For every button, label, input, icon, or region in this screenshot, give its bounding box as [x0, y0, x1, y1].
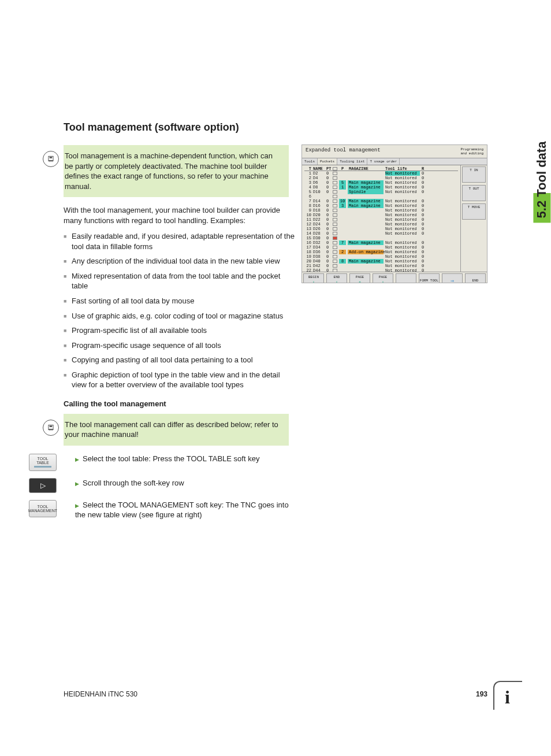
- screenshot-footer-softkeys: BEGIN⇓END⇓PAGE⇑PAGE⇓FORM TOOL⇒END: [302, 272, 487, 283]
- screenshot-table: TNAMEPTPMAGAZINETool lifeR1D20Not monito…: [302, 165, 460, 272]
- screenshot-table-row: 17D340Not monitored0: [304, 245, 458, 250]
- machine-note-callout: Tool management is a machine-dependent f…: [64, 145, 289, 197]
- screenshot-table-row: 3D605Main magazineNot monitored0: [304, 180, 458, 185]
- machine-note-callout-2: The tool management call can differ as d…: [64, 414, 289, 446]
- screenshot-table-row: 4D801Main magazineNot monitored0: [304, 185, 458, 190]
- screenshot-side-softkey[interactable]: T IN: [462, 166, 486, 183]
- screenshot-table-row: 2D40Not monitored0: [304, 176, 458, 180]
- screenshot-table-row: 11D220Not monitored0: [304, 217, 458, 222]
- screenshot-table-row: 8D1603Main magazineNot monitored0: [304, 203, 458, 208]
- feature-list: Easily readable and, if you desired, ada…: [64, 231, 295, 390]
- manual-icon: [43, 151, 59, 167]
- screenshot-table-row: 19D380Not monitored0: [304, 254, 458, 259]
- feature-item: Copying and pasting of all tool data per…: [64, 355, 295, 365]
- section-title: Tool management (software option): [64, 121, 487, 134]
- scroll-arrow-softkey[interactable]: ▷: [29, 478, 57, 493]
- screenshot-footer-softkey[interactable]: PAGE⇓: [373, 273, 393, 283]
- screenshot-table-row: 5D100SpindleNot monitored0: [304, 190, 458, 194]
- svg-rect-7: [50, 425, 53, 427]
- tool-management-screenshot: Expanded tool management Programming and…: [301, 144, 487, 283]
- feature-item: Any description of the individual tool d…: [64, 256, 295, 266]
- screenshot-table-row: 15D300: [304, 236, 458, 240]
- feature-item: Fast sorting of all tool data by mouse: [64, 296, 295, 306]
- screenshot-table-row: 10D200Not monitored0: [304, 213, 458, 217]
- step-row: TOOLTABLESelect the tool table: Press th…: [64, 454, 295, 471]
- feature-item: Easily readable and, if you desired, ada…: [64, 231, 295, 251]
- screenshot-footer-softkey[interactable]: END⇓: [326, 273, 347, 283]
- tool-management-softkey[interactable]: TOOLMANAGEMENT: [29, 500, 57, 517]
- screenshot-table-row: 1D20Not monitored0: [304, 171, 458, 176]
- feature-item: Program-specific list of all available t…: [64, 325, 295, 336]
- screenshot-table-row: 6: [304, 194, 458, 199]
- screenshot-tab[interactable]: Tooling list: [337, 158, 367, 165]
- screenshot-table-row: 22D440Not monitored0: [304, 268, 458, 272]
- screenshot-footer-softkey[interactable]: [396, 273, 416, 283]
- screenshot-table-row: 16D3207Main magazineNot monitored0: [304, 240, 458, 245]
- screenshot-footer-softkey[interactable]: ⇒: [442, 273, 463, 283]
- screenshot-tab[interactable]: Tools: [302, 158, 318, 165]
- screenshot-tab[interactable]: T usage order: [367, 158, 400, 165]
- subheading: Calling the tool management: [64, 399, 487, 408]
- intro-paragraph: With the tool management, your machine t…: [64, 205, 289, 225]
- screenshot-title: Expanded tool management: [306, 147, 381, 155]
- svg-rect-0: [49, 156, 53, 160]
- svg-rect-1: [50, 157, 53, 158]
- footer-left: HEIDENHAIN iTNC 530: [64, 690, 137, 698]
- screenshot-footer-softkey[interactable]: END: [465, 273, 486, 283]
- screenshot-table-row: 9D180Not monitored0: [304, 208, 458, 213]
- feature-item: Program-specific usage sequence of all t…: [64, 340, 295, 351]
- screenshot-mode: Programming and editing: [460, 147, 483, 155]
- callout-text: The tool management call can differ as d…: [65, 420, 281, 440]
- step-text: Select the TOOL MANAGEMENT soft key: The…: [75, 500, 295, 520]
- screenshot-side-softkey[interactable]: T MOVE: [462, 203, 486, 220]
- step-row: TOOLMANAGEMENTSelect the TOOL MANAGEMENT…: [64, 500, 295, 520]
- tool-table-softkey[interactable]: TOOLTABLE: [29, 454, 57, 471]
- screenshot-sidebar: T INT OUTT MOVE: [460, 165, 487, 272]
- step-text: Scroll through the soft-key row: [75, 478, 295, 488]
- step-row: ▷Scroll through the soft-key row: [64, 478, 295, 493]
- screenshot-tab[interactable]: Pockets: [318, 158, 337, 165]
- feature-item: Mixed representation of data from the to…: [64, 271, 295, 291]
- screenshot-side-softkey[interactable]: T OUT: [462, 185, 486, 201]
- screenshot-titlebar: Expanded tool management Programming and…: [302, 145, 487, 158]
- screenshot-tabs: ToolsPocketsTooling listT usage order: [302, 158, 487, 165]
- screenshot-footer-softkey[interactable]: FORM TOOL: [419, 273, 440, 283]
- feature-item: Use of graphic aids, e.g. color coding o…: [64, 311, 295, 321]
- info-icon: i: [493, 681, 522, 710]
- screenshot-table-row: 18D3602Add-on magazineNot monitored0: [304, 250, 458, 254]
- screenshot-footer-softkey[interactable]: BEGIN⇓: [303, 273, 324, 283]
- screenshot-footer-softkey[interactable]: PAGE⇑: [349, 273, 370, 283]
- screenshot-table-row: 21D420Not monitored0: [304, 264, 458, 268]
- screenshot-table-row: 7D14010Main magazineNot monitored0: [304, 199, 458, 203]
- screenshot-table-row: 14D280Not monitored0: [304, 231, 458, 236]
- screenshot-table-row: 13D260Not monitored0: [304, 227, 458, 231]
- feature-item: Graphic depiction of tool type in the ta…: [64, 370, 295, 390]
- screenshot-table-row: 20D4008Main magazineNot monitored0: [304, 259, 458, 264]
- page-footer: HEIDENHAIN iTNC 530 193: [64, 690, 487, 698]
- step-text: Select the tool table: Press the TOOL TA…: [75, 454, 295, 464]
- callout-text: Tool management is a machine-dependent f…: [65, 151, 281, 191]
- page-number: 193: [476, 690, 487, 698]
- manual-icon: [43, 420, 59, 436]
- screenshot-table-row: 12D240Not monitored0: [304, 222, 458, 227]
- steps-list: TOOLTABLESelect the tool table: Press th…: [64, 454, 295, 520]
